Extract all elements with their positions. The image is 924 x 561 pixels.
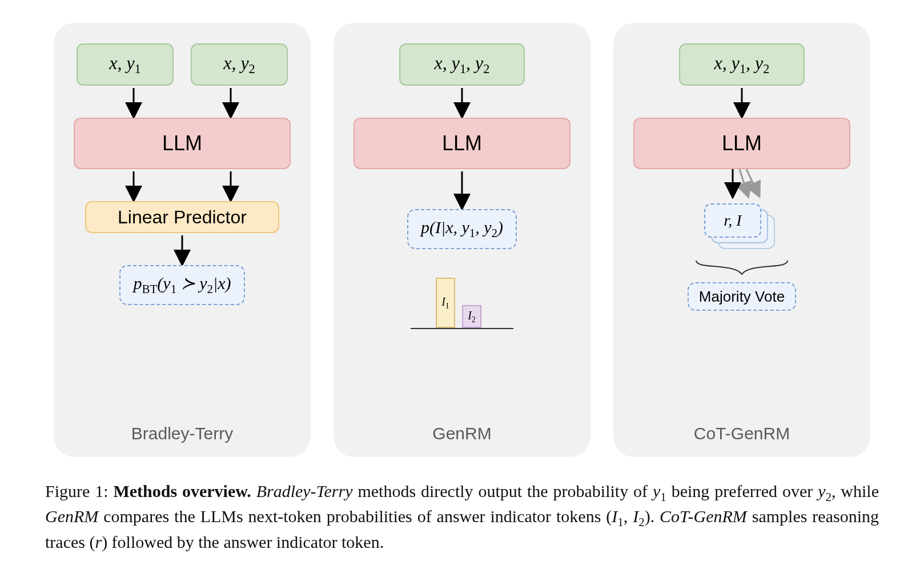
svg-line-9 — [740, 169, 746, 191]
bt-arrows-to-linear — [70, 169, 295, 201]
arrow-down-icon — [453, 86, 471, 118]
genrm-input-row: x, y1, y2 — [349, 43, 575, 86]
figure-container: x, y1 x, y2 LLM Linear Predictor pBT(y1 … — [34, 23, 890, 554]
svg-line-8 — [746, 169, 757, 191]
cot-sample-card-1: r, I — [704, 203, 761, 238]
panel-bradley-terry: x, y1 x, y2 LLM Linear Predictor pBT(y1 … — [54, 23, 311, 457]
genrm-llm-box: LLM — [353, 118, 571, 169]
bt-arrows-to-llm — [70, 86, 295, 118]
cot-input-row: x, y1, y2 — [629, 43, 854, 86]
cot-multi-arrows — [696, 167, 788, 199]
genrm-bar-i2: I2 — [462, 305, 481, 328]
genrm-arrow-to-llm — [349, 86, 575, 118]
genrm-input: x, y1, y2 — [399, 43, 525, 86]
bt-method-label: Bradley-Terry — [131, 414, 233, 443]
genrm-method-label: GenRM — [432, 414, 491, 443]
cot-arrow-to-llm — [629, 86, 854, 118]
bt-output-prob: pBT(y1 ≻ y2|x) — [119, 265, 244, 305]
cot-input: x, y1, y2 — [679, 43, 805, 86]
arrow-down-icon — [125, 86, 142, 118]
bt-inputs-row: x, y1 x, y2 — [70, 43, 295, 86]
genrm-bar-axis — [411, 328, 513, 329]
arrow-multi-icon — [696, 167, 788, 199]
bt-input-1: x, y1 — [77, 43, 174, 86]
arrow-down-icon — [733, 86, 750, 118]
genrm-output-prob: p(I|x, y1, y2) — [407, 209, 517, 249]
figure-caption: Figure 1: Methods overview. Bradley-Terr… — [34, 480, 890, 554]
bt-llm-box: LLM — [74, 118, 291, 169]
bt-linear-predictor: Linear Predictor — [85, 201, 279, 233]
genrm-token-bars: I1 I2 — [411, 266, 513, 329]
genrm-bar-i1: I1 — [436, 278, 455, 328]
cot-majority-vote: Majority Vote — [688, 282, 796, 311]
arrow-down-icon — [222, 169, 239, 201]
panels-row: x, y1 x, y2 LLM Linear Predictor pBT(y1 … — [34, 23, 890, 457]
cot-method-label: CoT-GenRM — [694, 414, 790, 443]
brace-down-icon — [685, 257, 799, 282]
bt-input-2: x, y2 — [191, 43, 288, 86]
genrm-arrow-to-output — [349, 169, 575, 209]
arrow-down-icon — [453, 169, 471, 209]
arrow-down-icon — [222, 86, 239, 118]
arrow-down-icon — [174, 233, 191, 265]
cot-brace — [685, 257, 799, 282]
bt-arrow-to-output — [70, 233, 295, 265]
arrow-down-icon — [125, 169, 142, 201]
cot-sample-stack: r, I — [702, 203, 782, 255]
cot-llm-box: LLM — [633, 118, 850, 169]
panel-genrm: x, y1, y2 LLM p(I|x, y1, y2) I1 I2 GenRM — [334, 23, 590, 457]
panel-cot-genrm: x, y1, y2 LLM r, I — [613, 23, 870, 457]
